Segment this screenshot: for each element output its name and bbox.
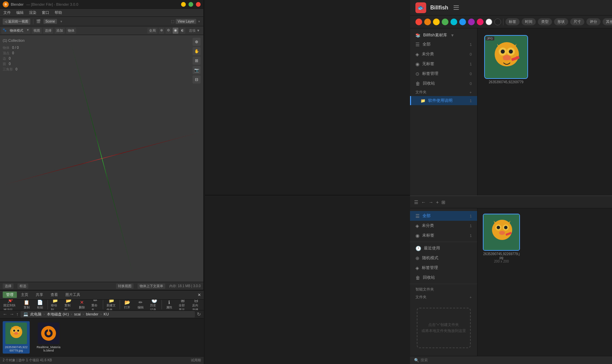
back-btn[interactable]: ← [3, 311, 7, 317]
sidebar-uncategorized[interactable]: ◈ 未分类 0 [410, 49, 477, 59]
pin-access-btn[interactable]: 📌 固定到快速访问 [1, 300, 19, 310]
color-green[interactable] [442, 19, 448, 25]
color-blue[interactable] [459, 19, 466, 25]
time-filter[interactable]: 时间 [522, 18, 536, 25]
object-mode[interactable]: 物体模式 [8, 28, 25, 34]
up-btn[interactable]: ↑ [16, 311, 19, 317]
color-yellow[interactable] [433, 19, 440, 25]
transform-view-btn[interactable]: 转换视图 [116, 283, 134, 289]
box-select-btn[interactable]: 框选 [18, 283, 28, 289]
select-btn[interactable]: 选择 [43, 28, 53, 34]
paste-btn[interactable]: 📄 粘贴 [34, 300, 46, 310]
global-btn[interactable]: 全局 [147, 28, 157, 34]
pan-btn[interactable]: ✋ [193, 47, 201, 55]
rename-btn[interactable]: ✏ 重命名 [89, 300, 101, 310]
bf-fwd2-btn[interactable]: → [429, 200, 433, 205]
color-purple[interactable] [468, 19, 475, 25]
color-black[interactable] [494, 19, 501, 25]
select-menu[interactable]: 选项 ▼ [187, 28, 202, 33]
folder-software-docs[interactable]: 📁 软件使用说明 1 [410, 96, 477, 105]
bf-back2-btn[interactable]: ← [421, 200, 426, 205]
tab-view[interactable]: 查看 [47, 292, 61, 298]
library-dropdown[interactable]: ▼ [450, 33, 455, 38]
refresh-btn[interactable]: ↻ [197, 311, 201, 317]
shading-btn[interactable]: ◐ [180, 28, 185, 34]
scene-expand[interactable]: ▼ [60, 20, 63, 23]
bot-asset-item[interactable]: 2635390745,92269779.jpg 200 x 200 [483, 214, 520, 263]
sidebar-trash[interactable]: 🗑 回收站 0 [410, 79, 477, 88]
zoom-btn[interactable]: ⊞ [193, 57, 201, 65]
sidebar-tag-mgmt[interactable]: ⊙ 标签管理 0 [410, 69, 477, 79]
forward-btn[interactable]: → [9, 311, 14, 317]
move-btn[interactable]: 📁 移动到 [49, 300, 61, 310]
file-item-blend[interactable]: Realtime_Materials.blend [35, 321, 62, 354]
file-item-jpg[interactable]: 2635390745,92269779.jpg [3, 321, 30, 354]
bf-menu-btn[interactable]: ☰ [414, 200, 418, 205]
size-filter[interactable]: 尺寸 [570, 18, 584, 25]
delete-btn[interactable]: ✕ 删除 [76, 300, 88, 310]
type-filter[interactable]: 类型 [538, 18, 552, 25]
close-button[interactable] [196, 2, 201, 7]
view-btn[interactable]: 视图 [32, 28, 42, 34]
menu-render[interactable]: 渲染 [27, 9, 38, 16]
add-folder2-btn[interactable]: + [470, 295, 472, 299]
menu-help[interactable]: 帮助 [53, 9, 64, 16]
path-blender[interactable]: blender [86, 312, 98, 316]
sidebar-untagged[interactable]: ◉ 无标签 1 [410, 59, 477, 69]
bot-sidebar-recent[interactable]: 🕐 最近使用 [410, 243, 477, 253]
rating-filter[interactable]: 评分 [586, 18, 601, 25]
view-layer-btn[interactable]: View Layer [176, 19, 196, 24]
menu-edit[interactable]: 编辑 [14, 9, 26, 16]
edit-btn[interactable]: ✏ 编辑 [135, 300, 147, 310]
back-view-btn[interactable]: ◁ 返回前一视图 [3, 19, 30, 25]
copy-to-btn[interactable]: 📂 复制到 [62, 300, 75, 310]
context-menu-btn[interactable]: 物体上下文菜单 [138, 283, 165, 289]
bot-sidebar-untag[interactable]: ◉ 未标签 1 [410, 231, 477, 240]
sidebar-all[interactable]: ☰ 全部 1 [410, 39, 477, 49]
bot-sidebar-all[interactable]: ☰ 全部 1 [410, 211, 477, 221]
add-folder-btn[interactable]: + [470, 90, 472, 94]
other-filter[interactable]: 其他筛选 [603, 18, 612, 25]
library-header[interactable]: 📚 Billfish素材库 ▼ [410, 31, 477, 39]
add-btn[interactable]: 添加 [55, 28, 65, 34]
properties-btn[interactable]: ℹ 属性 [163, 300, 175, 310]
invert-select-btn[interactable]: ⊟ 反向选择 [190, 300, 202, 310]
asset-item-main[interactable]: JPG 2635390745,92269779 [484, 35, 528, 84]
explorer-close[interactable]: ✕ [198, 293, 201, 297]
object-btn[interactable]: 物体 [66, 28, 76, 34]
layer-expand[interactable]: ▼ [198, 20, 201, 23]
camera-btn[interactable]: 📷 [193, 66, 201, 74]
menu-file[interactable]: 文件 [1, 9, 13, 16]
bf-grid2-btn[interactable]: ⊞ [441, 200, 445, 205]
bot-sidebar-uncat[interactable]: ◈ 未分类 1 [410, 221, 477, 231]
scene-dropdown[interactable]: Scene [43, 19, 57, 24]
shape-filter[interactable]: 形状 [554, 18, 568, 25]
open-btn[interactable]: 📂 打开 [121, 300, 133, 310]
tab-home[interactable]: 主页 [18, 292, 32, 298]
transform-btn[interactable]: ⊕ [159, 28, 164, 34]
color-pink[interactable] [477, 19, 484, 25]
tag-filter[interactable]: 标签 [505, 18, 520, 25]
bot-sidebar-tagmgmt[interactable]: ◈ 标签管理 [410, 263, 477, 273]
path-ku[interactable]: KU [104, 312, 109, 316]
viewport-3d[interactable]: (1) Collection 物体 0 / 0 顶点 0 边 0 面 0 三角形… [0, 35, 203, 282]
minimize-button[interactable] [181, 2, 186, 7]
tab-manage[interactable]: 管理 [3, 292, 17, 298]
bf-add2-btn[interactable]: + [436, 200, 439, 205]
color-red[interactable] [415, 19, 422, 25]
grid-btn[interactable]: ⊟ [193, 75, 201, 84]
bot-sidebar-random[interactable]: ⊕ 随机模式 [410, 253, 477, 263]
copy-btn[interactable]: 📋 复制 [21, 300, 33, 310]
menu-window[interactable]: 窗口 [40, 9, 51, 16]
color-white[interactable] [486, 19, 492, 25]
new-folder-btn[interactable]: 📁 新建文件夹 [105, 300, 118, 310]
hamburger-menu[interactable] [452, 4, 460, 12]
drop-area[interactable]: 点击"+"创建文件夹 或将本地文件夹拖放到这里 [417, 308, 471, 348]
color-cyan[interactable] [450, 19, 457, 25]
tab-share[interactable]: 共享 [32, 292, 47, 298]
props-btn[interactable]: ⚙ [166, 28, 171, 34]
bot-sidebar-trash[interactable]: 🗑 回收站 [410, 273, 477, 282]
path-pc[interactable]: 此电脑 [30, 312, 41, 317]
history-btn[interactable]: 🕐 历史记录 [148, 300, 160, 310]
overlay-btn[interactable]: ◉ [173, 28, 178, 34]
